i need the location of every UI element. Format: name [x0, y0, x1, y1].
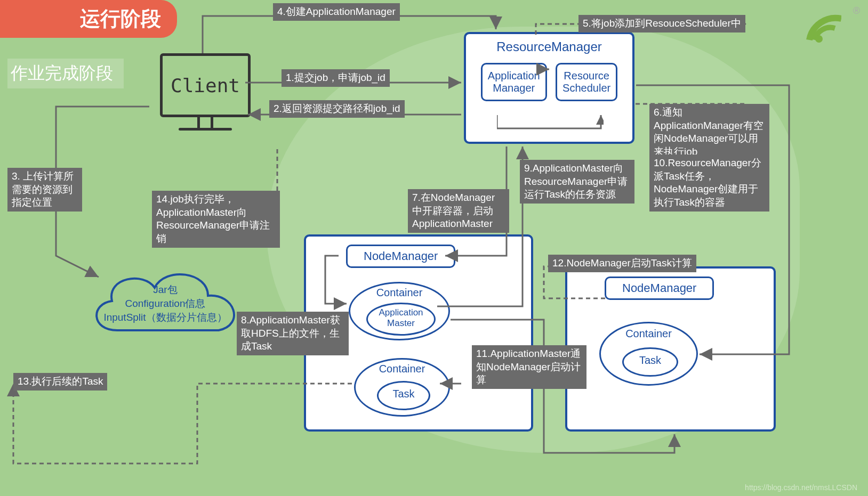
nm1-c1-label: Container: [350, 287, 448, 299]
step-12: 12.NodeManager启动Task计算: [548, 255, 696, 272]
step-14: 14.job执行完毕，ApplicationMaster向ResourceMan…: [152, 191, 280, 248]
nm1-task: Task: [377, 381, 430, 410]
registered-mark: ®: [853, 5, 860, 17]
cloud-l3: InputSplit（数据分片信息）: [103, 311, 227, 324]
client-label: Client: [171, 75, 240, 96]
step-11: 11.ApplicationMaster通知NodeManager启动计算: [472, 345, 586, 389]
phase-done-badge: 作业完成阶段: [7, 59, 124, 88]
node-manager-2: NodeManager Container Task: [565, 266, 776, 432]
nm1-container-2: Container Task: [354, 358, 450, 417]
logo-icon: [756, 3, 841, 45]
watermark: https://blog.csdn.net/nmsLLCSDN: [745, 483, 857, 492]
nm1-container-1: Container Application Master: [349, 282, 450, 340]
step-9: 9.ApplicationMaster向ResourceManager申请运行T…: [520, 160, 634, 204]
hdfs-cloud: Jar包 Configuration信息 InputSplit（数据分片信息）: [85, 256, 245, 352]
step-7: 7.在NodeManager中开辟容器，启动ApplicationMaster: [408, 189, 509, 233]
nm2-title: NodeManager: [605, 277, 714, 300]
resource-scheduler-box: Resource Scheduler: [556, 63, 617, 101]
step-10: 10.ResourceManager分派Task任务，NodeManager创建…: [649, 155, 769, 212]
cloud-l1: Jar包: [103, 283, 227, 297]
step-6: 6.通知ApplicationManager有空闲NodeManager可以用来…: [649, 104, 769, 161]
svg-point-0: [815, 35, 823, 43]
nm1-title: NodeManager: [346, 245, 455, 268]
app-manager-box: Application Manager: [481, 63, 547, 101]
nm2-container-1: Container Task: [599, 322, 698, 386]
step-8: 8.ApplicationMaster获取HDFS上的文件，生成Task: [237, 312, 349, 355]
step-13: 13.执行后续的Task: [13, 373, 107, 391]
resource-manager-box: ResourceManager Application Manager Reso…: [464, 32, 634, 144]
cloud-l2: Configuration信息: [103, 297, 227, 311]
rm-internal-arrow: [497, 115, 604, 136]
nm2-task: Task: [622, 347, 678, 377]
nm1-appmaster: Application Master: [366, 303, 436, 336]
step-4: 4.创建ApplicationManager: [273, 3, 400, 21]
step-2: 2.返回资源提交路径和job_id: [269, 100, 405, 118]
phase-run-badge: 运行阶段: [0, 0, 177, 38]
step-1: 1.提交job，申请job_id: [282, 69, 390, 87]
rm-title: ResourceManager: [466, 39, 632, 54]
client-node: Client: [147, 53, 264, 144]
nm1-c2-label: Container: [356, 363, 448, 375]
nm2-c1-label: Container: [601, 328, 696, 340]
step-3: 3. 上传计算所需要的资源到指定位置: [7, 168, 82, 212]
step-5: 5.将job添加到ResouceScheduler中: [578, 15, 745, 32]
